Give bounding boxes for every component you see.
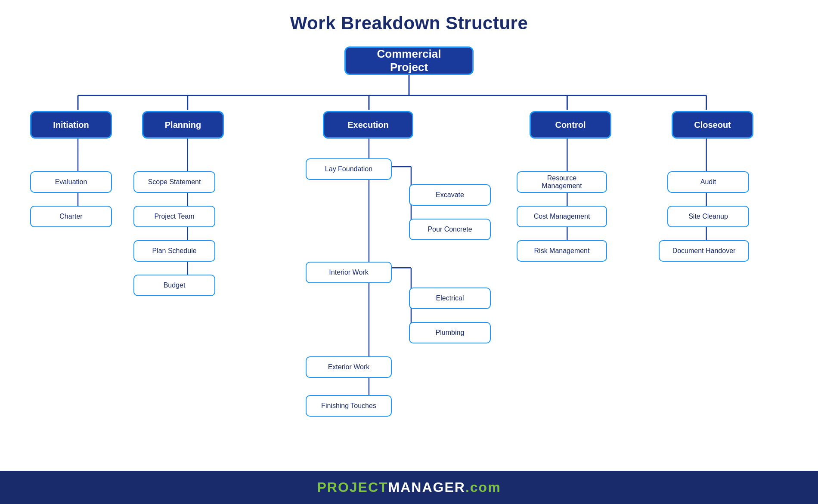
page-title: Work Breakdown Structure [290,13,528,34]
node-electrical: Electrical [409,288,491,309]
wbs-diagram: Commercial Project Initiation Planning E… [17,46,801,460]
node-exterior-work: Exterior Work [306,356,392,378]
node-site-cleanup: Site Cleanup [667,206,749,227]
node-resource-management: Resource Management [517,171,607,193]
node-project-team: Project Team [133,206,215,227]
footer-project: PROJECT [317,479,388,495]
node-plumbing: Plumbing [409,322,491,343]
node-excavate: Excavate [409,184,491,206]
footer-brand: PROJECTMANAGER.com [317,479,501,495]
node-scope: Scope Statement [133,171,215,193]
level1-planning: Planning [142,111,224,139]
main-content: Work Breakdown Structure [0,0,818,471]
level1-control: Control [530,111,611,139]
root-node: Commercial Project [344,46,474,75]
level1-initiation: Initiation [30,111,112,139]
node-cost-management: Cost Management [517,206,607,227]
node-charter: Charter [30,206,112,227]
node-lay-foundation: Lay Foundation [306,158,392,180]
node-plan-schedule: Plan Schedule [133,240,215,262]
node-audit: Audit [667,171,749,193]
footer-dotcom: .com [465,479,501,495]
node-finishing-touches: Finishing Touches [306,395,392,417]
node-budget: Budget [133,275,215,296]
node-document-handover: Document Handover [659,240,749,262]
footer-manager: MANAGER [388,479,465,495]
nodes-layer: Commercial Project Initiation Planning E… [17,46,801,460]
footer: PROJECTMANAGER.com [0,471,818,504]
node-pour-concrete: Pour Concrete [409,219,491,240]
node-interior-work: Interior Work [306,262,392,283]
node-evaluation: Evaluation [30,171,112,193]
node-risk-management: Risk Management [517,240,607,262]
level1-closeout: Closeout [672,111,753,139]
level1-execution: Execution [323,111,413,139]
